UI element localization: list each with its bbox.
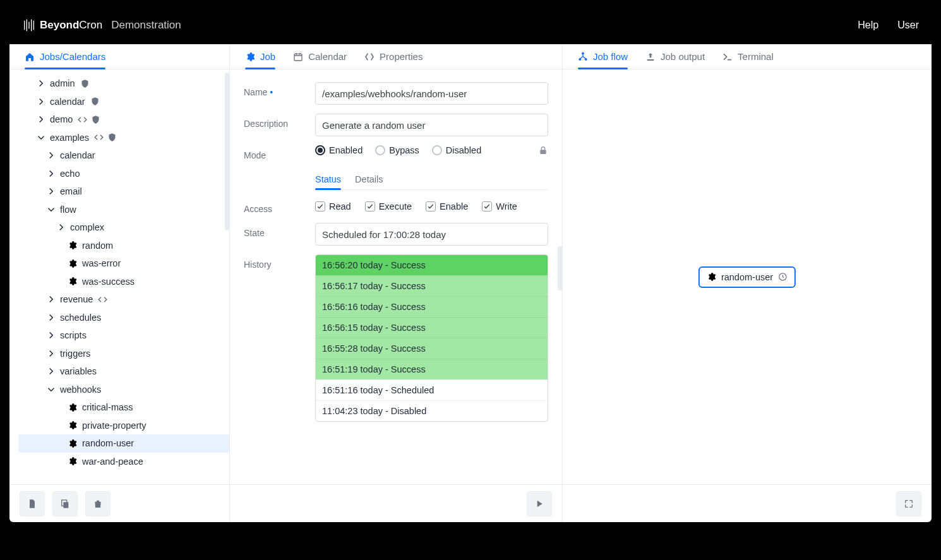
tree-webhooks[interactable]: webhooks <box>18 381 229 399</box>
history-row[interactable]: 16:56:17 today - Success <box>316 275 548 296</box>
tree-calendar[interactable]: calendar <box>18 93 229 111</box>
subtab-status[interactable]: Status <box>315 169 341 189</box>
chevron-down-icon <box>47 206 55 213</box>
chevron-right-icon <box>47 314 55 321</box>
upload-icon <box>645 52 656 62</box>
history-list: 16:56:20 today - Success16:56:17 today -… <box>315 254 548 422</box>
code-icon <box>364 52 375 62</box>
scrollbar-hint[interactable] <box>558 246 562 290</box>
access-execute[interactable]: Execute <box>365 201 412 211</box>
home-icon <box>25 52 35 62</box>
clock-icon <box>778 272 788 282</box>
file-icon <box>27 499 37 509</box>
access-read[interactable]: Read <box>315 201 351 211</box>
tree-triggers[interactable]: triggers <box>18 345 229 363</box>
play-icon <box>534 499 544 509</box>
name-label: Name • <box>244 82 304 97</box>
user-menu[interactable]: User <box>897 20 919 31</box>
brand-bold: Beyond <box>40 19 79 31</box>
code-icon <box>94 133 104 142</box>
name-input[interactable] <box>315 82 548 105</box>
trash-icon <box>93 499 103 509</box>
shield-icon <box>107 133 117 142</box>
code-icon <box>78 115 87 124</box>
tab-job-flow[interactable]: Job flow <box>578 44 628 69</box>
chevron-right-icon <box>57 223 65 231</box>
desc-input[interactable] <box>315 114 548 136</box>
new-button[interactable] <box>20 491 45 516</box>
tree-random-user[interactable]: random-user <box>18 434 229 453</box>
tree-revenue[interactable]: revenue <box>18 290 229 309</box>
calendar-icon <box>293 52 303 62</box>
tree-was-success[interactable]: was-success <box>18 273 229 291</box>
history-row[interactable]: 16:55:28 today - Success <box>316 338 548 359</box>
gear-icon <box>68 439 77 448</box>
detail-tabbar: Job Calendar Properties <box>230 44 562 69</box>
help-link[interactable]: Help <box>858 20 878 31</box>
tab-job-output[interactable]: Job output <box>645 44 705 69</box>
tree-examples[interactable]: examples <box>18 129 229 147</box>
chevron-right-icon <box>47 188 55 195</box>
history-row[interactable]: 16:56:16 today - Success <box>316 296 548 317</box>
tree-critical-mass[interactable]: critical-mass <box>18 398 229 417</box>
subtab-details[interactable]: Details <box>355 169 383 189</box>
flow-node-random-user[interactable]: random-user <box>698 266 796 288</box>
copy-button[interactable] <box>52 491 78 516</box>
tree-random[interactable]: random <box>18 237 229 255</box>
chevron-right-icon <box>47 295 55 303</box>
delete-button[interactable] <box>85 491 111 516</box>
history-row[interactable]: 11:04:23 today - Disabled <box>316 400 548 421</box>
tree-private-property[interactable]: private-property <box>18 417 229 435</box>
chevron-right-icon <box>47 152 55 159</box>
flow-canvas[interactable]: random-user <box>563 69 932 484</box>
history-row[interactable]: 16:56:15 today - Success <box>316 317 548 338</box>
tab-properties[interactable]: Properties <box>364 44 423 69</box>
tree-email[interactable]: email <box>18 182 229 201</box>
access-checks: Read Execute Enable Write <box>315 199 548 211</box>
history-label: History <box>244 254 304 270</box>
gear-icon <box>68 277 77 286</box>
tree-schedules[interactable]: schedules <box>18 309 229 327</box>
tab-job[interactable]: Job <box>245 44 275 69</box>
state-label: State <box>244 223 304 238</box>
app-header: BeyondCron Demonstration Help User <box>9 6 932 44</box>
check-icon <box>366 203 374 210</box>
chevron-right-icon <box>47 331 55 339</box>
expand-button[interactable] <box>896 491 921 516</box>
history-row[interactable]: 16:56:20 today - Success <box>316 255 548 275</box>
tenant-name: Demonstration <box>111 19 181 32</box>
left-panel: Jobs/Calendars admin calendar demo <box>9 44 230 522</box>
tree-variables[interactable]: variables <box>18 362 229 381</box>
mode-enabled-radio[interactable]: Enabled <box>315 145 363 155</box>
gear-icon <box>68 241 77 250</box>
mode-radio-group: Enabled Bypass Disabled <box>315 145 481 155</box>
mode-bypass-radio[interactable]: Bypass <box>375 145 419 155</box>
check-icon <box>483 203 491 210</box>
history-row[interactable]: 16:51:16 today - Scheduled <box>316 379 548 400</box>
history-row[interactable]: 16:51:19 today - Success <box>316 359 548 379</box>
tab-calendar[interactable]: Calendar <box>293 44 347 69</box>
nav-tree[interactable]: admin calendar demo examples <box>9 69 229 484</box>
access-write[interactable]: Write <box>482 201 517 211</box>
tree-flow[interactable]: flow <box>18 201 229 219</box>
gear-icon <box>68 403 77 412</box>
tree-admin[interactable]: admin <box>18 74 229 93</box>
tab-terminal[interactable]: Terminal <box>722 44 774 69</box>
tab-jobs-calendars[interactable]: Jobs/Calendars <box>25 44 105 69</box>
tree-echo[interactable]: echo <box>18 165 229 183</box>
lock-icon <box>538 145 548 155</box>
state-display <box>315 223 548 246</box>
run-button[interactable] <box>527 491 552 516</box>
tree-complex[interactable]: complex <box>18 218 229 237</box>
tree-war-and-peace[interactable]: war-and-peace <box>18 453 229 471</box>
scrollbar-hint[interactable] <box>225 73 229 230</box>
tree-was-error[interactable]: was-error <box>18 254 229 273</box>
tree-scripts[interactable]: scripts <box>18 326 229 345</box>
tree-ex-calendar[interactable]: calendar <box>18 146 229 165</box>
access-enable[interactable]: Enable <box>426 201 468 211</box>
right-tabbar: Job flow Job output Terminal <box>563 44 932 69</box>
flow-icon <box>578 52 588 62</box>
tree-demo[interactable]: demo <box>18 110 229 129</box>
mode-disabled-radio[interactable]: Disabled <box>432 145 481 155</box>
job-form: Name • Description Mode Enabled Bypass D… <box>230 69 562 484</box>
